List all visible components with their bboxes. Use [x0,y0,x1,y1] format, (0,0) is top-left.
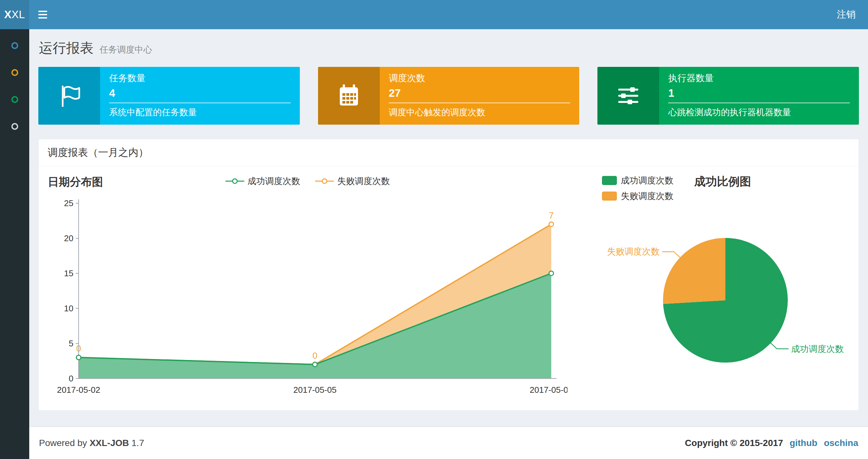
copyright-text: Copyright © 2015-2017 [685,438,783,448]
pie-legend: 成功调度次数 失败调度次数 [602,175,674,202]
version-text: 1.7 [131,438,144,448]
svg-text:2017-05-08: 2017-05-08 [530,385,568,395]
success-ratio-section: 成功调度次数 失败调度次数 成功比例图 成功调度次数失败调度次数 [587,175,849,399]
sidebar-item-3[interactable] [11,96,18,103]
legend-label: 失败调度次数 [621,190,674,202]
svg-text:7: 7 [549,211,554,221]
legend-item-fail[interactable]: 失败调度次数 [315,175,390,187]
footer-right: Copyright © 2015-2017 github oschina [685,438,858,448]
info-box-value: 1 [668,87,850,99]
svg-text:5: 5 [69,338,73,348]
info-box-triggers: 调度次数 27 调度中心触发的调度次数 [318,67,580,125]
oschina-link[interactable]: oschina [824,438,858,448]
date-distribution-section: 日期分布图 成功调度次数 [48,175,587,399]
info-box-jobs: 任务数量 4 系统中配置的任务数量 [38,67,300,125]
main-area: 运行报表 任务调度中心 任务数量 4 系统中配置的任务数量 [29,29,868,459]
footer: Powered by XXL-JOB 1.7 Copyright © 2015-… [29,427,868,459]
info-box-value: 27 [389,87,570,99]
pie-legend-item-fail[interactable]: 失败调度次数 [602,190,674,202]
svg-text:0: 0 [312,351,317,361]
pie-header: 成功调度次数 失败调度次数 成功比例图 [602,175,849,202]
app-logo[interactable]: XXL [0,0,29,29]
panel-title: 调度报表（一月之内） [39,139,859,166]
sidebar-item-2[interactable] [11,69,18,76]
legend-label: 失败调度次数 [337,175,390,187]
success-ratio-pie-chart: 成功调度次数失败调度次数 [602,204,849,393]
sidebar-item-1[interactable] [11,42,18,49]
powered-by-text: Powered by XXL-JOB 1.7 [39,438,144,448]
info-box-label: 任务数量 [109,72,291,85]
logo-rest-part: XL [12,8,25,21]
info-box-row: 任务数量 4 系统中配置的任务数量 [38,67,859,125]
info-box-executors: 执行器数量 1 心跳检测成功的执行器机器数量 [597,67,859,125]
line-marker-icon [315,178,334,184]
legend-label: 成功调度次数 [248,175,300,187]
legend-item-success[interactable]: 成功调度次数 [225,175,300,187]
calendar-icon [318,67,380,125]
product-name: XXL-JOB [90,438,129,448]
date-distribution-chart: 05101520252017-05-022017-05-052017-05-08… [48,190,567,397]
sidebar [0,29,29,459]
line-marker-icon [225,178,244,184]
navbar-spacer [56,0,825,29]
svg-text:25: 25 [64,198,73,208]
divider [389,103,570,103]
github-link[interactable]: github [790,438,818,448]
info-box-label: 调度次数 [389,72,570,85]
svg-text:10: 10 [64,303,73,313]
sliders-icon [597,67,659,125]
pie-legend-item-success[interactable]: 成功调度次数 [602,175,674,186]
flag-icon [38,67,100,125]
svg-text:0: 0 [76,344,81,354]
panel-body: 日期分布图 成功调度次数 [39,166,859,410]
page-header: 运行报表 任务调度中心 [38,35,859,57]
logout-button[interactable]: 注销 [825,0,868,29]
svg-text:0: 0 [69,373,73,383]
svg-text:失败调度次数: 失败调度次数 [607,247,659,257]
divider [109,103,291,103]
svg-text:成功调度次数: 成功调度次数 [791,344,844,354]
top-navbar: XXL 注销 [0,0,868,29]
info-box-desc: 调度中心触发的调度次数 [389,106,570,118]
info-box-body: 调度次数 27 调度中心触发的调度次数 [380,67,580,125]
sidebar-item-4[interactable] [11,123,18,130]
hamburger-icon[interactable] [29,0,56,29]
divider [668,103,850,103]
page-subtitle: 任务调度中心 [99,45,152,55]
pie-chart-title: 成功比例图 [694,174,751,189]
content-area: 运行报表 任务调度中心 任务数量 4 系统中配置的任务数量 [29,29,868,427]
info-box-body: 执行器数量 1 心跳检测成功的执行器机器数量 [659,67,859,125]
svg-text:2017-05-02: 2017-05-02 [57,385,100,395]
info-box-body: 任务数量 4 系统中配置的任务数量 [100,67,300,125]
schedule-report-panel: 调度报表（一月之内） 日期分布图 成功调度次数 [38,139,859,411]
svg-text:2017-05-05: 2017-05-05 [293,385,337,395]
logo-bold-part: X [4,8,12,21]
info-box-label: 执行器数量 [668,72,850,85]
legend-swatch [602,192,617,201]
svg-text:15: 15 [64,268,73,278]
info-box-desc: 系统中配置的任务数量 [109,106,291,118]
legend-swatch [602,176,617,185]
info-box-value: 4 [109,87,291,99]
svg-text:20: 20 [64,233,73,243]
page-title: 运行报表 [39,40,94,56]
line-chart-legend: 成功调度次数 失败调度次数 [48,175,567,187]
legend-label: 成功调度次数 [621,175,674,186]
info-box-desc: 心跳检测成功的执行器机器数量 [668,106,850,118]
